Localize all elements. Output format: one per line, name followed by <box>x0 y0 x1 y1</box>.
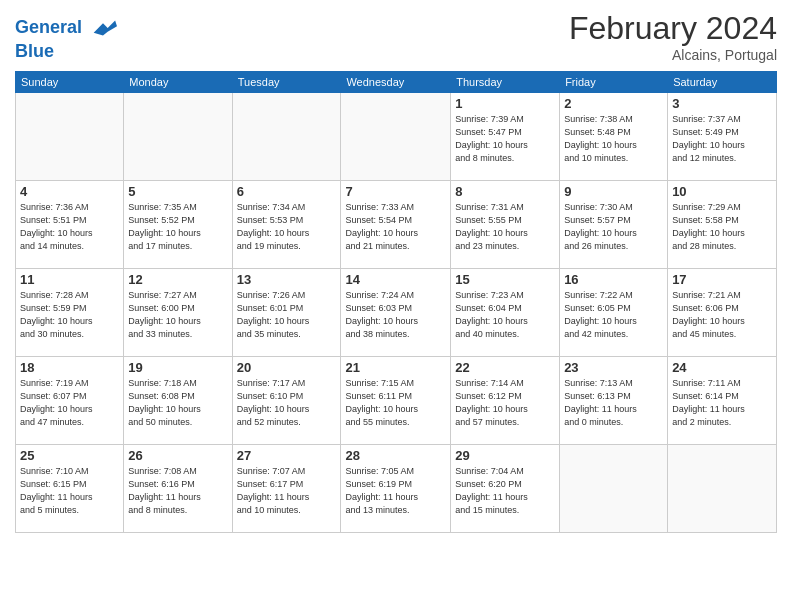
table-cell <box>341 93 451 181</box>
day-number: 22 <box>455 360 555 375</box>
day-number: 29 <box>455 448 555 463</box>
table-cell: 23Sunrise: 7:13 AMSunset: 6:13 PMDayligh… <box>560 357 668 445</box>
day-number: 23 <box>564 360 663 375</box>
day-number: 26 <box>128 448 227 463</box>
header-tuesday: Tuesday <box>232 72 341 93</box>
table-cell: 19Sunrise: 7:18 AMSunset: 6:08 PMDayligh… <box>124 357 232 445</box>
day-info: Sunrise: 7:27 AMSunset: 6:00 PMDaylight:… <box>128 289 227 341</box>
day-info: Sunrise: 7:15 AMSunset: 6:11 PMDaylight:… <box>345 377 446 429</box>
header: General Blue February 2024 Alcains, Port… <box>15 10 777 63</box>
day-info: Sunrise: 7:21 AMSunset: 6:06 PMDaylight:… <box>672 289 772 341</box>
day-info: Sunrise: 7:11 AMSunset: 6:14 PMDaylight:… <box>672 377 772 429</box>
logo-bird-icon <box>89 14 117 42</box>
header-monday: Monday <box>124 72 232 93</box>
week-row-5: 25Sunrise: 7:10 AMSunset: 6:15 PMDayligh… <box>16 445 777 533</box>
table-cell: 14Sunrise: 7:24 AMSunset: 6:03 PMDayligh… <box>341 269 451 357</box>
month-title: February 2024 <box>569 10 777 47</box>
table-cell: 6Sunrise: 7:34 AMSunset: 5:53 PMDaylight… <box>232 181 341 269</box>
day-info: Sunrise: 7:33 AMSunset: 5:54 PMDaylight:… <box>345 201 446 253</box>
table-cell: 25Sunrise: 7:10 AMSunset: 6:15 PMDayligh… <box>16 445 124 533</box>
week-row-1: 1Sunrise: 7:39 AMSunset: 5:47 PMDaylight… <box>16 93 777 181</box>
title-block: February 2024 Alcains, Portugal <box>569 10 777 63</box>
day-info: Sunrise: 7:23 AMSunset: 6:04 PMDaylight:… <box>455 289 555 341</box>
day-info: Sunrise: 7:37 AMSunset: 5:49 PMDaylight:… <box>672 113 772 165</box>
table-cell <box>124 93 232 181</box>
table-cell <box>560 445 668 533</box>
day-number: 3 <box>672 96 772 111</box>
table-cell <box>232 93 341 181</box>
day-number: 5 <box>128 184 227 199</box>
day-info: Sunrise: 7:39 AMSunset: 5:47 PMDaylight:… <box>455 113 555 165</box>
day-info: Sunrise: 7:26 AMSunset: 6:01 PMDaylight:… <box>237 289 337 341</box>
table-cell: 29Sunrise: 7:04 AMSunset: 6:20 PMDayligh… <box>451 445 560 533</box>
table-cell: 28Sunrise: 7:05 AMSunset: 6:19 PMDayligh… <box>341 445 451 533</box>
table-cell: 16Sunrise: 7:22 AMSunset: 6:05 PMDayligh… <box>560 269 668 357</box>
table-cell: 26Sunrise: 7:08 AMSunset: 6:16 PMDayligh… <box>124 445 232 533</box>
day-number: 8 <box>455 184 555 199</box>
week-row-2: 4Sunrise: 7:36 AMSunset: 5:51 PMDaylight… <box>16 181 777 269</box>
table-cell: 9Sunrise: 7:30 AMSunset: 5:57 PMDaylight… <box>560 181 668 269</box>
day-number: 20 <box>237 360 337 375</box>
day-number: 18 <box>20 360 119 375</box>
table-cell: 17Sunrise: 7:21 AMSunset: 6:06 PMDayligh… <box>668 269 777 357</box>
day-number: 12 <box>128 272 227 287</box>
header-saturday: Saturday <box>668 72 777 93</box>
day-number: 19 <box>128 360 227 375</box>
day-number: 17 <box>672 272 772 287</box>
table-cell: 27Sunrise: 7:07 AMSunset: 6:17 PMDayligh… <box>232 445 341 533</box>
day-info: Sunrise: 7:10 AMSunset: 6:15 PMDaylight:… <box>20 465 119 517</box>
table-cell: 3Sunrise: 7:37 AMSunset: 5:49 PMDaylight… <box>668 93 777 181</box>
day-info: Sunrise: 7:17 AMSunset: 6:10 PMDaylight:… <box>237 377 337 429</box>
table-cell <box>668 445 777 533</box>
day-number: 2 <box>564 96 663 111</box>
location: Alcains, Portugal <box>569 47 777 63</box>
week-row-4: 18Sunrise: 7:19 AMSunset: 6:07 PMDayligh… <box>16 357 777 445</box>
day-info: Sunrise: 7:18 AMSunset: 6:08 PMDaylight:… <box>128 377 227 429</box>
day-number: 6 <box>237 184 337 199</box>
table-cell <box>16 93 124 181</box>
logo-general: General <box>15 17 82 37</box>
table-cell: 24Sunrise: 7:11 AMSunset: 6:14 PMDayligh… <box>668 357 777 445</box>
day-info: Sunrise: 7:07 AMSunset: 6:17 PMDaylight:… <box>237 465 337 517</box>
header-sunday: Sunday <box>16 72 124 93</box>
week-row-3: 11Sunrise: 7:28 AMSunset: 5:59 PMDayligh… <box>16 269 777 357</box>
day-number: 27 <box>237 448 337 463</box>
day-number: 14 <box>345 272 446 287</box>
calendar: Sunday Monday Tuesday Wednesday Thursday… <box>15 71 777 533</box>
table-cell: 11Sunrise: 7:28 AMSunset: 5:59 PMDayligh… <box>16 269 124 357</box>
day-info: Sunrise: 7:28 AMSunset: 5:59 PMDaylight:… <box>20 289 119 341</box>
svg-marker-0 <box>94 21 117 36</box>
day-info: Sunrise: 7:13 AMSunset: 6:13 PMDaylight:… <box>564 377 663 429</box>
day-number: 13 <box>237 272 337 287</box>
day-number: 28 <box>345 448 446 463</box>
header-friday: Friday <box>560 72 668 93</box>
table-cell: 21Sunrise: 7:15 AMSunset: 6:11 PMDayligh… <box>341 357 451 445</box>
day-info: Sunrise: 7:24 AMSunset: 6:03 PMDaylight:… <box>345 289 446 341</box>
table-cell: 15Sunrise: 7:23 AMSunset: 6:04 PMDayligh… <box>451 269 560 357</box>
day-info: Sunrise: 7:36 AMSunset: 5:51 PMDaylight:… <box>20 201 119 253</box>
day-number: 16 <box>564 272 663 287</box>
day-number: 1 <box>455 96 555 111</box>
table-cell: 2Sunrise: 7:38 AMSunset: 5:48 PMDaylight… <box>560 93 668 181</box>
day-info: Sunrise: 7:05 AMSunset: 6:19 PMDaylight:… <box>345 465 446 517</box>
table-cell: 4Sunrise: 7:36 AMSunset: 5:51 PMDaylight… <box>16 181 124 269</box>
table-cell: 12Sunrise: 7:27 AMSunset: 6:00 PMDayligh… <box>124 269 232 357</box>
day-info: Sunrise: 7:22 AMSunset: 6:05 PMDaylight:… <box>564 289 663 341</box>
table-cell: 20Sunrise: 7:17 AMSunset: 6:10 PMDayligh… <box>232 357 341 445</box>
logo: General Blue <box>15 14 117 62</box>
table-cell: 18Sunrise: 7:19 AMSunset: 6:07 PMDayligh… <box>16 357 124 445</box>
day-info: Sunrise: 7:30 AMSunset: 5:57 PMDaylight:… <box>564 201 663 253</box>
day-number: 24 <box>672 360 772 375</box>
header-wednesday: Wednesday <box>341 72 451 93</box>
logo-text: General <box>15 14 117 42</box>
day-info: Sunrise: 7:35 AMSunset: 5:52 PMDaylight:… <box>128 201 227 253</box>
day-number: 25 <box>20 448 119 463</box>
day-number: 21 <box>345 360 446 375</box>
day-info: Sunrise: 7:34 AMSunset: 5:53 PMDaylight:… <box>237 201 337 253</box>
table-cell: 22Sunrise: 7:14 AMSunset: 6:12 PMDayligh… <box>451 357 560 445</box>
day-number: 4 <box>20 184 119 199</box>
table-cell: 10Sunrise: 7:29 AMSunset: 5:58 PMDayligh… <box>668 181 777 269</box>
day-number: 9 <box>564 184 663 199</box>
day-number: 15 <box>455 272 555 287</box>
day-info: Sunrise: 7:04 AMSunset: 6:20 PMDaylight:… <box>455 465 555 517</box>
